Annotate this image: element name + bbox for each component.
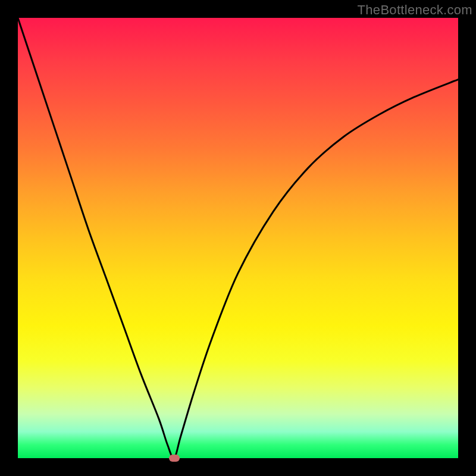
bottleneck-curve — [18, 18, 458, 458]
watermark-text: TheBottleneck.com — [358, 2, 472, 18]
chart-area — [18, 18, 458, 458]
optimum-marker — [169, 455, 180, 462]
